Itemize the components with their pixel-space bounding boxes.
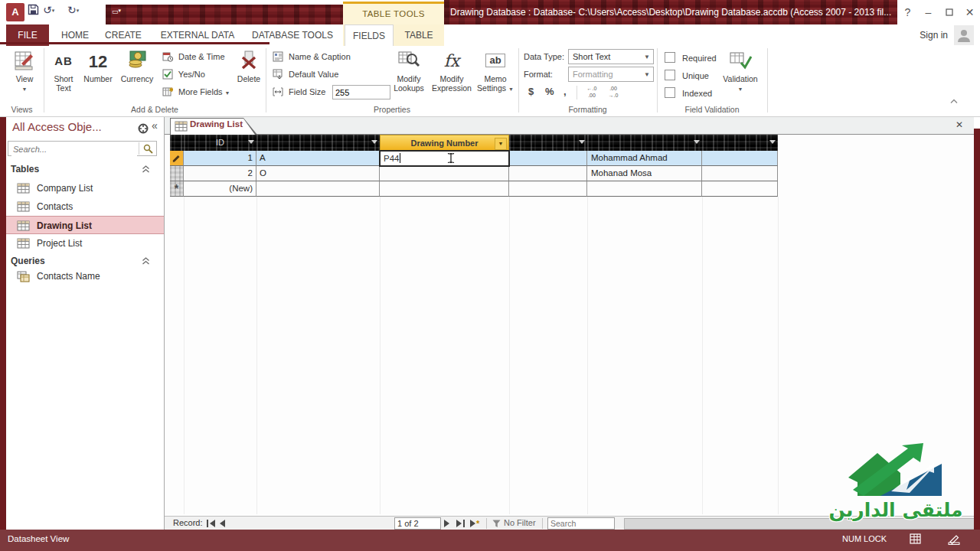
column-filter-icon[interactable] [579,140,585,144]
new-record-icon[interactable]: * [469,520,482,527]
cell-empty[interactable] [380,181,509,197]
row-selector[interactable] [170,166,184,181]
avatar-icon[interactable] [954,25,974,45]
collapse-ribbon-icon[interactable] [949,98,959,104]
minimize-icon[interactable]: – [918,0,939,24]
first-record-icon[interactable] [207,520,216,527]
field-size-button[interactable]: Field Size [273,84,325,100]
percent-format-button[interactable]: % [545,86,554,97]
tab-fields[interactable]: FIELDS [345,24,394,46]
field-size-input[interactable] [332,85,390,99]
close-document-icon[interactable]: ✕ [956,119,963,130]
datasheet-view-icon[interactable] [910,533,921,544]
close-icon[interactable]: ✕ [959,0,980,24]
previous-record-icon[interactable] [219,520,226,527]
short-text-icon: AB [47,50,80,74]
comma-format-button[interactable]: , [564,86,567,97]
column-header-illegible[interactable] [256,135,380,151]
cell-empty[interactable] [702,166,778,181]
sidebar-item-contacts-name[interactable]: Contacts Name [6,267,164,285]
customize-qat-icon[interactable]: ▭▾ [112,4,121,21]
search-icon[interactable] [143,144,153,154]
modify-expression-button[interactable]: fx Modify Expression [430,47,473,103]
column-filter-icon[interactable] [769,140,776,144]
horizontal-scrollbar-thumb[interactable] [624,518,980,530]
yes-no-button[interactable]: Yes/No [162,67,205,83]
unique-checkbox[interactable]: Unique [665,68,709,83]
maximize-icon[interactable] [939,0,959,24]
delete-button[interactable]: Delete [233,47,265,103]
default-value-button[interactable]: Default Value [273,67,338,83]
memo-settings-button[interactable]: ab Memo Settings ▼ [475,47,516,103]
drawing-number-dropdown-icon[interactable]: ▼ [495,138,507,150]
record-position-box[interactable]: 1 of 2 [394,517,441,530]
modify-lookups-button[interactable]: Modify Lookups [389,47,429,103]
next-record-icon[interactable] [443,520,450,527]
help-icon[interactable]: ? [897,0,918,24]
column-header-illegible[interactable] [702,135,778,151]
nav-search-input[interactable] [11,142,137,156]
column-filter-icon[interactable] [371,140,377,144]
column-header-drawing-number[interactable]: Drawing Number ▼ [380,135,509,151]
validation-dropdown-icon: ▼ [738,86,743,92]
cell-title[interactable]: A [256,151,380,166]
validation-button[interactable]: Validation ▼ [718,47,763,103]
nav-pane-menu-icon[interactable] [138,123,149,134]
number-button[interactable]: 12 Number [81,47,115,103]
data-type-combo[interactable]: Short Text ▼ [568,49,654,64]
indexed-checkbox[interactable]: Indexed [665,86,712,101]
cell-empty[interactable] [256,181,380,197]
view-button[interactable]: View ▼ [8,47,41,103]
sidebar-item-drawing-list[interactable]: Drawing List [6,216,164,234]
last-record-icon[interactable] [456,520,465,527]
format-combo[interactable]: Formatting ▼ [568,67,654,82]
cell-empty[interactable] [509,166,587,181]
redo-icon[interactable]: ↻▾ [67,4,79,21]
sidebar-item-contacts[interactable]: Contacts [6,197,164,216]
sidebar-item-company-list[interactable]: Company List [6,179,164,197]
document-tab-label[interactable]: Drawing List [190,119,243,129]
cell-id[interactable]: 1 [184,151,256,166]
design-view-icon[interactable] [948,533,961,545]
cell-id[interactable]: 2 [184,166,256,181]
currency-button[interactable]: Currency [116,47,158,103]
cell-drawing-number[interactable] [380,166,509,181]
required-checkbox[interactable]: Required [665,51,717,66]
cell-empty[interactable] [702,151,778,166]
cell-designer[interactable]: Mohanad Mosa [587,166,702,181]
undo-icon[interactable]: ↺▾ [43,4,54,21]
cell-empty[interactable] [509,181,587,197]
sidebar-item-project-list[interactable]: Project List [6,234,164,253]
currency-format-button[interactable]: $ [528,86,534,97]
cell-new[interactable]: (New) [184,181,256,197]
increase-decimals-icon[interactable]: ←.0.00 [582,85,602,100]
more-fields-button[interactable]: ✱ More Fields ▼ [162,84,230,100]
record-search-input[interactable] [548,518,612,529]
short-text-button[interactable]: AB Short Text [47,47,80,103]
cell-title[interactable]: O [256,166,380,181]
new-row-selector[interactable]: * [170,181,184,197]
cell-empty[interactable] [702,181,778,197]
column-header-illegible[interactable] [587,135,702,151]
table-tools-label: TABLE TOOLS [362,9,425,18]
select-all-corner[interactable] [170,135,184,151]
date-time-button[interactable]: Date & Time [162,49,225,65]
sign-in-button[interactable]: Sign in [903,27,948,44]
shutter-bar-icon[interactable]: « [152,119,158,132]
column-header-illegible[interactable] [509,135,587,151]
no-filter-button[interactable]: No Filter [504,517,536,530]
access-logo-icon[interactable]: A [6,3,24,21]
active-edit-cell[interactable]: P44 [379,150,510,167]
column-filter-icon[interactable] [248,140,254,144]
cell-designer[interactable]: Mohammad Ahmad [587,151,702,166]
column-header-id[interactable]: ID [184,135,256,151]
cell-empty[interactable] [587,181,702,197]
column-filter-icon[interactable] [694,140,700,144]
save-icon[interactable] [28,4,39,21]
tab-table[interactable]: TABLE [397,24,441,46]
cell-empty[interactable] [509,151,587,166]
decrease-decimals-icon[interactable]: .00→.0 [603,85,623,100]
tables-group-header[interactable]: Tables [11,161,156,178]
name-caption-button[interactable]: Name & Caption [273,49,351,65]
row-selector-editing[interactable] [170,151,184,166]
